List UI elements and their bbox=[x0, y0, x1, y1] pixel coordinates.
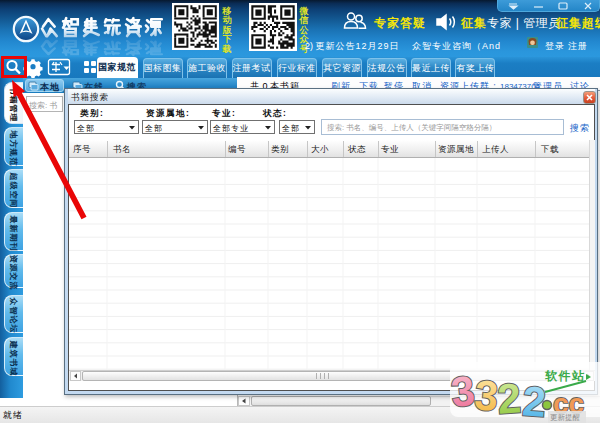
svg-text:2: 2 bbox=[521, 377, 548, 423]
svg-text:2: 2 bbox=[496, 374, 523, 423]
